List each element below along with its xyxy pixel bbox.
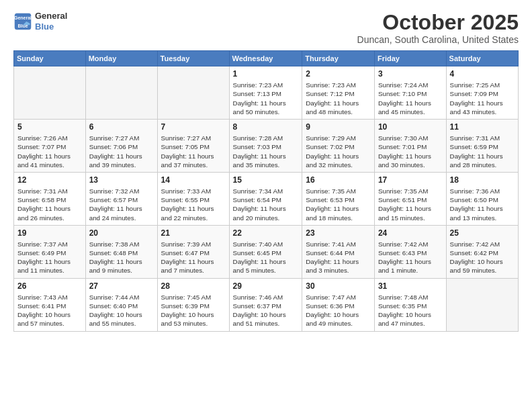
cell-date: 10: [378, 122, 443, 132]
day-cell-4: 4 Sunrise: 7:25 AM Sunset: 7:09 PM Dayli…: [446, 66, 518, 120]
cell-info: Sunrise: 7:29 AM Sunset: 7:02 PM Dayligh…: [306, 134, 371, 169]
day-cell-26: 26 Sunrise: 7:43 AM Sunset: 6:41 PM Dayl…: [14, 278, 86, 331]
day-cell-9: 9 Sunrise: 7:29 AM Sunset: 7:02 PM Dayli…: [302, 120, 375, 173]
cell-date: 11: [450, 122, 515, 132]
day-cell-30: 30 Sunrise: 7:47 AM Sunset: 6:36 PM Dayl…: [302, 278, 375, 331]
logo-line1: General: [35, 11, 67, 21]
cell-date: 4: [450, 69, 515, 79]
cell-info: Sunrise: 7:36 AM Sunset: 6:50 PM Dayligh…: [450, 187, 515, 222]
empty-cell: [446, 278, 518, 331]
day-cell-6: 6 Sunrise: 7:27 AM Sunset: 7:06 PM Dayli…: [85, 120, 157, 173]
cell-date: 20: [89, 228, 154, 238]
cell-info: Sunrise: 7:42 AM Sunset: 6:42 PM Dayligh…: [450, 240, 515, 275]
cell-date: 30: [306, 281, 371, 291]
day-cell-18: 18 Sunrise: 7:36 AM Sunset: 6:50 PM Dayl…: [446, 172, 518, 225]
cell-date: 28: [161, 281, 226, 291]
day-cell-25: 25 Sunrise: 7:42 AM Sunset: 6:42 PM Dayl…: [446, 225, 518, 278]
day-cell-12: 12 Sunrise: 7:31 AM Sunset: 6:58 PM Dayl…: [14, 172, 86, 225]
cell-info: Sunrise: 7:30 AM Sunset: 7:01 PM Dayligh…: [378, 134, 443, 169]
cell-date: 16: [306, 175, 371, 185]
day-cell-11: 11 Sunrise: 7:31 AM Sunset: 6:59 PM Dayl…: [446, 120, 518, 173]
cell-info: Sunrise: 7:23 AM Sunset: 7:13 PM Dayligh…: [233, 81, 299, 116]
cell-info: Sunrise: 7:39 AM Sunset: 6:47 PM Dayligh…: [161, 240, 226, 275]
cell-date: 15: [233, 175, 299, 185]
cell-info: Sunrise: 7:38 AM Sunset: 6:48 PM Dayligh…: [89, 240, 154, 275]
day-cell-5: 5 Sunrise: 7:26 AM Sunset: 7:07 PM Dayli…: [14, 120, 86, 173]
svg-text:Blue: Blue: [17, 23, 28, 28]
month-title: October 2025: [357, 11, 519, 34]
cell-info: Sunrise: 7:47 AM Sunset: 6:36 PM Dayligh…: [306, 293, 371, 328]
cell-info: Sunrise: 7:24 AM Sunset: 7:10 PM Dayligh…: [378, 81, 443, 116]
cell-date: 6: [89, 122, 154, 132]
day-cell-8: 8 Sunrise: 7:28 AM Sunset: 7:03 PM Dayli…: [229, 120, 302, 173]
day-cell-20: 20 Sunrise: 7:38 AM Sunset: 6:48 PM Dayl…: [85, 225, 157, 278]
cell-date: 1: [233, 69, 299, 79]
cell-date: 22: [233, 228, 299, 238]
cell-info: Sunrise: 7:42 AM Sunset: 6:43 PM Dayligh…: [378, 240, 443, 275]
cell-date: 12: [17, 175, 82, 185]
empty-cell: [157, 66, 229, 120]
day-cell-13: 13 Sunrise: 7:32 AM Sunset: 6:57 PM Dayl…: [85, 172, 157, 225]
cell-date: 19: [17, 228, 82, 238]
location: Duncan, South Carolina, United States: [357, 34, 519, 45]
day-cell-24: 24 Sunrise: 7:42 AM Sunset: 6:43 PM Dayl…: [374, 225, 446, 278]
cell-info: Sunrise: 7:23 AM Sunset: 7:12 PM Dayligh…: [306, 81, 371, 116]
week-row-1: 1 Sunrise: 7:23 AM Sunset: 7:13 PM Dayli…: [14, 66, 519, 120]
cell-info: Sunrise: 7:44 AM Sunset: 6:40 PM Dayligh…: [89, 293, 154, 328]
week-row-3: 12 Sunrise: 7:31 AM Sunset: 6:58 PM Dayl…: [14, 172, 519, 225]
cell-info: Sunrise: 7:33 AM Sunset: 6:55 PM Dayligh…: [161, 187, 226, 222]
weekday-sunday: Sunday: [14, 51, 86, 66]
cell-info: Sunrise: 7:46 AM Sunset: 6:37 PM Dayligh…: [233, 293, 299, 328]
week-row-2: 5 Sunrise: 7:26 AM Sunset: 7:07 PM Dayli…: [14, 120, 519, 173]
cell-date: 9: [306, 122, 371, 132]
weekday-monday: Monday: [85, 51, 157, 66]
day-cell-10: 10 Sunrise: 7:30 AM Sunset: 7:01 PM Dayl…: [374, 120, 446, 173]
cell-date: 13: [89, 175, 154, 185]
empty-cell: [85, 66, 157, 120]
day-cell-3: 3 Sunrise: 7:24 AM Sunset: 7:10 PM Dayli…: [374, 66, 446, 120]
cell-date: 27: [89, 281, 154, 291]
cell-info: Sunrise: 7:26 AM Sunset: 7:07 PM Dayligh…: [17, 134, 82, 169]
header: General Blue General Blue October 2025 D…: [13, 11, 519, 45]
logo: General Blue General Blue: [13, 11, 67, 32]
day-cell-31: 31 Sunrise: 7:48 AM Sunset: 6:35 PM Dayl…: [374, 278, 446, 331]
empty-cell: [14, 66, 86, 120]
weekday-header-row: SundayMondayTuesdayWednesdayThursdayFrid…: [14, 51, 519, 66]
page-container: General Blue General Blue October 2025 D…: [0, 0, 532, 338]
cell-date: 25: [450, 228, 515, 238]
cell-date: 26: [17, 281, 82, 291]
svg-text:General: General: [14, 15, 32, 20]
cell-date: 31: [378, 281, 443, 291]
day-cell-16: 16 Sunrise: 7:35 AM Sunset: 6:53 PM Dayl…: [302, 172, 375, 225]
day-cell-7: 7 Sunrise: 7:27 AM Sunset: 7:05 PM Dayli…: [157, 120, 229, 173]
cell-info: Sunrise: 7:34 AM Sunset: 6:54 PM Dayligh…: [233, 187, 299, 222]
weekday-tuesday: Tuesday: [157, 51, 229, 66]
cell-info: Sunrise: 7:35 AM Sunset: 6:53 PM Dayligh…: [306, 187, 371, 222]
day-cell-15: 15 Sunrise: 7:34 AM Sunset: 6:54 PM Dayl…: [229, 172, 302, 225]
week-row-4: 19 Sunrise: 7:37 AM Sunset: 6:49 PM Dayl…: [14, 225, 519, 278]
cell-date: 29: [233, 281, 299, 291]
weekday-saturday: Saturday: [446, 51, 518, 66]
weekday-wednesday: Wednesday: [229, 51, 302, 66]
cell-info: Sunrise: 7:28 AM Sunset: 7:03 PM Dayligh…: [233, 134, 299, 169]
cell-date: 5: [17, 122, 82, 132]
day-cell-28: 28 Sunrise: 7:45 AM Sunset: 6:39 PM Dayl…: [157, 278, 229, 331]
cell-date: 21: [161, 228, 226, 238]
day-cell-1: 1 Sunrise: 7:23 AM Sunset: 7:13 PM Dayli…: [229, 66, 302, 120]
cell-info: Sunrise: 7:25 AM Sunset: 7:09 PM Dayligh…: [450, 81, 515, 116]
cell-date: 8: [233, 122, 299, 132]
cell-info: Sunrise: 7:37 AM Sunset: 6:49 PM Dayligh…: [17, 240, 82, 275]
day-cell-2: 2 Sunrise: 7:23 AM Sunset: 7:12 PM Dayli…: [302, 66, 375, 120]
cell-info: Sunrise: 7:27 AM Sunset: 7:06 PM Dayligh…: [89, 134, 154, 169]
logo-line2: Blue: [35, 21, 67, 32]
cell-date: 23: [306, 228, 371, 238]
weekday-thursday: Thursday: [302, 51, 375, 66]
day-cell-29: 29 Sunrise: 7:46 AM Sunset: 6:37 PM Dayl…: [229, 278, 302, 331]
cell-date: 14: [161, 175, 226, 185]
cell-info: Sunrise: 7:43 AM Sunset: 6:41 PM Dayligh…: [17, 293, 82, 328]
cell-info: Sunrise: 7:27 AM Sunset: 7:05 PM Dayligh…: [161, 134, 226, 169]
cell-info: Sunrise: 7:40 AM Sunset: 6:45 PM Dayligh…: [233, 240, 299, 275]
cell-info: Sunrise: 7:35 AM Sunset: 6:51 PM Dayligh…: [378, 187, 443, 222]
cell-date: 17: [378, 175, 443, 185]
day-cell-27: 27 Sunrise: 7:44 AM Sunset: 6:40 PM Dayl…: [85, 278, 157, 331]
